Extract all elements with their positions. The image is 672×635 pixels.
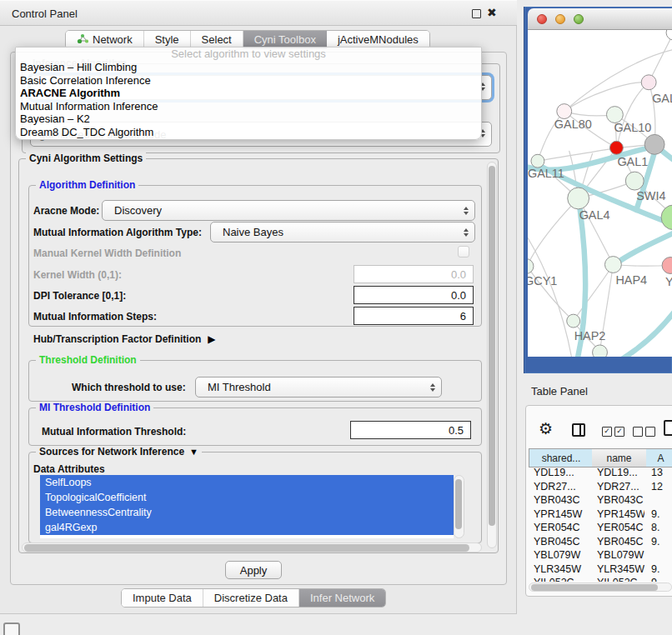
network-node-hap2[interactable]	[567, 314, 580, 328]
table-cell: YIL052C	[597, 576, 644, 582]
table-row[interactable]: YBR045CYBR045C9.	[529, 535, 672, 549]
cyni-bottom-tabbar: Impute DataDiscretize DataInfer Network	[121, 588, 386, 608]
manual-kernel-checkbox[interactable]	[458, 246, 469, 258]
mi-type-value: Naive Bayes	[223, 226, 283, 238]
table-horizontal-scrollbar[interactable]	[529, 582, 672, 592]
show-panel-icon[interactable]	[3, 622, 20, 635]
aracne-mode-combo[interactable]: Discovery	[102, 200, 475, 221]
network-node-swi4[interactable]	[625, 172, 644, 190]
zoom-traffic-light-icon[interactable]	[574, 14, 584, 24]
document-icon[interactable]	[664, 420, 672, 436]
network-node-label: GAL1	[617, 155, 648, 168]
table-cell: 8.	[651, 521, 672, 535]
close-traffic-light-icon[interactable]	[537, 14, 547, 24]
network-node-gal1[interactable]	[609, 141, 623, 154]
network-node-label: HAP4	[615, 273, 647, 287]
network-node-gal4[interactable]	[568, 188, 589, 209]
minimize-traffic-light-icon[interactable]	[555, 14, 565, 24]
network-node-gcy1[interactable]	[528, 259, 534, 274]
settings-horizontal-scrollbar[interactable]	[22, 542, 482, 552]
settings-vertical-scrollbar[interactable]	[487, 162, 497, 548]
tab-discretize-data[interactable]: Discretize Data	[203, 589, 299, 607]
hub-definition-toggle[interactable]: Hub/Transcription Factor Definition ▶	[33, 333, 216, 345]
control-panel-titlebar: Control Panel ✖	[0, 0, 517, 26]
column-header-name[interactable]: name	[592, 448, 647, 468]
table-cell: 9.	[651, 535, 672, 549]
table-cell: 9.	[651, 508, 672, 522]
which-threshold-value: MI Threshold	[208, 381, 271, 393]
apply-button[interactable]: Apply	[225, 561, 282, 579]
kernel-width-field[interactable]: 0.0	[354, 265, 474, 283]
network-edge	[528, 230, 574, 357]
tab-style[interactable]: Style	[144, 31, 191, 48]
manual-kernel-label: Manual Kernel Width Definition	[33, 248, 181, 259]
network-node-label: GAL11	[528, 167, 564, 180]
close-icon[interactable]: ✖	[487, 6, 497, 19]
tab-network[interactable]: Network	[66, 31, 144, 48]
mi-steps-field[interactable]: 6	[354, 307, 474, 325]
table-cell: YBR043C	[534, 493, 590, 508]
network-window-titlebar[interactable]	[528, 8, 672, 30]
algorithm-option[interactable]: Dream8 DC_TDC Algorithm	[16, 126, 481, 139]
tab-jactivemnodules[interactable]: jActiveMNodules	[327, 31, 429, 48]
tab-cyni-toolbox[interactable]: Cyni Toolbox	[243, 31, 327, 48]
network-node-y[interactable]	[662, 258, 672, 274]
float-window-icon[interactable]	[472, 9, 481, 18]
network-node[interactable]	[644, 134, 664, 154]
algorithm-option[interactable]: Mutual Information Inference	[16, 100, 481, 113]
network-node-label: GAL10	[614, 121, 651, 134]
attribute-list-item[interactable]: BetweennessCentrality	[40, 505, 454, 520]
table-row[interactable]: YBL079WYBL079W	[529, 548, 672, 562]
network-node[interactable]	[661, 205, 672, 230]
algorithm-dropdown-hint: Select algorithm to view settings	[16, 48, 481, 61]
mi-type-combo[interactable]: Naive Bayes	[210, 222, 475, 242]
aracne-mode-label: Aracne Mode:	[33, 205, 99, 217]
table-row[interactable]: YIL052CYIL052C9.	[529, 576, 672, 582]
columns-icon[interactable]	[572, 423, 585, 437]
table-row[interactable]: YBR043CYBR043C	[529, 493, 672, 508]
table-cell: 13	[651, 466, 672, 480]
column-header-A[interactable]: A	[646, 448, 672, 468]
algorithm-option[interactable]: Bayesian – K2	[16, 112, 481, 126]
attribute-list-scrollbar[interactable]	[454, 475, 464, 538]
tab-infer-network[interactable]: Infer Network	[299, 589, 385, 607]
deselect-all-icon[interactable]	[633, 427, 655, 437]
mi-threshold-field[interactable]: 0.5	[350, 421, 471, 439]
tab-label: Select	[202, 33, 232, 46]
table-row[interactable]: YER054CYER054C8.	[529, 521, 672, 535]
network-node-hap4[interactable]	[604, 257, 621, 273]
table-cell: 9.	[651, 562, 672, 577]
network-node-label: GCY1	[528, 274, 557, 288]
column-header-shared...[interactable]: shared...	[529, 448, 594, 468]
table-cell: YDL19...	[534, 466, 590, 480]
tab-impute-data[interactable]: Impute Data	[122, 589, 203, 607]
attribute-list-item[interactable]: gal4RGexp	[40, 520, 454, 535]
algorithm-option[interactable]: Basic Correlation Inference	[16, 74, 481, 88]
table-row[interactable]: YPR145WYPR145W9.	[529, 508, 672, 522]
sources-group-label-wrap[interactable]: Sources for Network Inference ▼	[36, 446, 202, 458]
control-panel-title: Control Panel	[12, 8, 78, 20]
select-all-icon[interactable]: ✓✓	[602, 427, 624, 437]
attribute-list-item[interactable]: SelfLoops	[40, 475, 454, 490]
gear-icon[interactable]: ⚙	[539, 419, 553, 438]
table-row[interactable]: YDL19...YDL19...13	[529, 466, 672, 480]
network-node-gal[interactable]	[641, 75, 656, 90]
network-node-gal11[interactable]	[531, 154, 544, 168]
network-canvas[interactable]: GALGAL80GAL10GAL1GAL11SWI4GAL4GCY1HAP4YH…	[528, 30, 672, 357]
algorithm-option[interactable]: Bayesian – Hill Climbing	[16, 61, 481, 74]
network-node[interactable]	[593, 345, 608, 357]
algorithm-option[interactable]: ARACNE Algorithm	[16, 87, 481, 100]
network-node-label: GAL80	[554, 118, 592, 131]
network-node[interactable]	[666, 30, 672, 40]
network-node-gal80[interactable]	[557, 104, 572, 119]
algorithm-dropdown-popup: Select algorithm to view settings Bayesi…	[15, 47, 482, 140]
which-threshold-combo[interactable]: MI Threshold	[195, 377, 442, 398]
table-row[interactable]: YLR345WYLR345W9.	[529, 562, 672, 577]
network-node-label: GAL	[652, 92, 672, 105]
table-cell: YBR043C	[597, 493, 644, 508]
table-row[interactable]: YDR27...YDR27...12	[529, 480, 672, 494]
network-node-label: GAL4	[579, 208, 610, 222]
tab-select[interactable]: Select	[191, 31, 243, 48]
attribute-list-item[interactable]: TopologicalCoefficient	[40, 490, 454, 505]
dpi-tolerance-field[interactable]: 0.0	[354, 286, 474, 304]
